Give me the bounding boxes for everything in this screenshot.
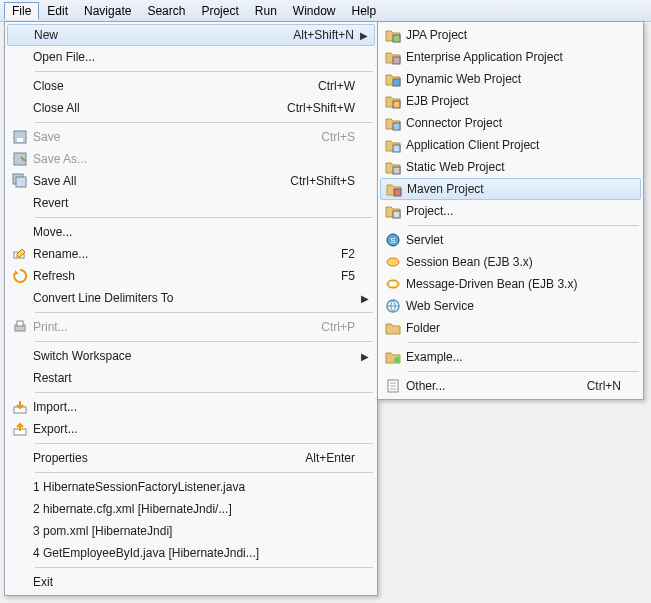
fileMenu-open-file[interactable]: Open File... — [7, 46, 375, 68]
separator — [35, 472, 373, 473]
fileMenu-print[interactable]: Print...Ctrl+P — [7, 316, 375, 338]
newSubmenu-web-service[interactable]: Web Service — [380, 295, 641, 317]
menu-item-label: Refresh — [33, 269, 341, 283]
fileMenu-revert[interactable]: Revert — [7, 192, 375, 214]
refresh-icon — [7, 265, 33, 287]
separator — [35, 392, 373, 393]
proj-maven-icon — [381, 178, 407, 200]
menu-item-label: Switch Workspace — [33, 349, 361, 363]
separator — [35, 122, 373, 123]
fileMenu-close-all[interactable]: Close AllCtrl+Shift+W — [7, 97, 375, 119]
menubar-item-search[interactable]: Search — [139, 2, 193, 20]
fileMenu-import[interactable]: Import... — [7, 396, 375, 418]
export-icon — [7, 418, 33, 440]
fileMenu-save-as[interactable]: Save As... — [7, 148, 375, 170]
newSubmenu-servlet[interactable]: SServlet — [380, 229, 641, 251]
fileMenu-switch-workspace[interactable]: Switch Workspace▶ — [7, 345, 375, 367]
proj-jpa-icon — [380, 24, 406, 46]
fileMenu-export[interactable]: Export... — [7, 418, 375, 440]
newSubmenu-ejb-project[interactable]: EJB Project — [380, 90, 641, 112]
separator — [35, 567, 373, 568]
newSubmenu-dynamic-web-project[interactable]: Dynamic Web Project — [380, 68, 641, 90]
menu-item-label: Properties — [33, 451, 305, 465]
newSubmenu-static-web-project[interactable]: Static Web Project — [380, 156, 641, 178]
blank-icon — [7, 97, 33, 119]
other-icon — [380, 375, 406, 397]
proj-ear-icon — [380, 46, 406, 68]
menubar-item-navigate[interactable]: Navigate — [76, 2, 139, 20]
menu-item-label: Save All — [33, 174, 290, 188]
menu-item-label: Static Web Project — [406, 160, 627, 174]
menu-item-label: Message-Driven Bean (EJB 3.x) — [406, 277, 627, 291]
newSubmenu-session-bean-ejb-3-x[interactable]: Session Bean (EJB 3.x) — [380, 251, 641, 273]
fileMenu-2-hibernate-cfg-xml-hibernatejndi[interactable]: 2 hibernate.cfg.xml [HibernateJndi/...] — [7, 498, 375, 520]
newSubmenu-jpa-project[interactable]: JPA Project — [380, 24, 641, 46]
newSubmenu-message-driven-bean-ejb-3-x[interactable]: Message-Driven Bean (EJB 3.x) — [380, 273, 641, 295]
save-icon — [7, 126, 33, 148]
menu-item-label: Export... — [33, 422, 361, 436]
newSubmenu-enterprise-application-project[interactable]: Enterprise Application Project — [380, 46, 641, 68]
import-icon — [7, 396, 33, 418]
save-all-icon — [7, 170, 33, 192]
menubar-item-edit[interactable]: Edit — [39, 2, 76, 20]
menu-item-label: Exit — [33, 575, 361, 589]
menu-item-label: Project... — [406, 204, 627, 218]
fileMenu-new[interactable]: NewAlt+Shift+N▶ — [7, 24, 375, 46]
menu-item-shortcut: Ctrl+N — [587, 379, 621, 393]
servlet-icon: S — [380, 229, 406, 251]
newSubmenu-folder[interactable]: Folder — [380, 317, 641, 339]
fileMenu-move[interactable]: Move... — [7, 221, 375, 243]
proj-conn-icon — [380, 112, 406, 134]
menu-item-label: Session Bean (EJB 3.x) — [406, 255, 627, 269]
menu-item-label: Save — [33, 130, 321, 144]
blank-icon — [7, 287, 33, 309]
file-menu: NewAlt+Shift+N▶Open File...CloseCtrl+WCl… — [4, 21, 378, 596]
fileMenu-save-all[interactable]: Save AllCtrl+Shift+S — [7, 170, 375, 192]
proj-app-icon — [380, 134, 406, 156]
fileMenu-1-hibernatesessionfactorylistener-java[interactable]: 1 HibernateSessionFactoryListener.java — [7, 476, 375, 498]
menubar-item-file[interactable]: File — [4, 2, 39, 20]
separator — [408, 225, 639, 226]
menu-item-shortcut: Ctrl+W — [318, 79, 355, 93]
blank-icon — [7, 476, 33, 498]
fileMenu-convert-line-delimiters-to[interactable]: Convert Line Delimiters To▶ — [7, 287, 375, 309]
newSubmenu-application-client-project[interactable]: Application Client Project — [380, 134, 641, 156]
menu-item-shortcut: F2 — [341, 247, 355, 261]
newSubmenu-maven-project[interactable]: Maven Project — [380, 178, 641, 200]
menu-item-label: Dynamic Web Project — [406, 72, 627, 86]
newSubmenu-example[interactable]: Example... — [380, 346, 641, 368]
svg-rect-10 — [393, 35, 400, 42]
example-icon — [380, 346, 406, 368]
fileMenu-refresh[interactable]: RefreshF5 — [7, 265, 375, 287]
menu-item-label: Restart — [33, 371, 361, 385]
menubar: FileEditNavigateSearchProjectRunWindowHe… — [0, 0, 651, 22]
proj-ejb-icon — [380, 90, 406, 112]
svg-rect-13 — [393, 101, 400, 108]
svg-rect-14 — [393, 123, 400, 130]
blank-icon — [7, 520, 33, 542]
fileMenu-properties[interactable]: PropertiesAlt+Enter — [7, 447, 375, 469]
newSubmenu-other[interactable]: Other...Ctrl+N — [380, 375, 641, 397]
menubar-item-help[interactable]: Help — [344, 2, 385, 20]
fileMenu-restart[interactable]: Restart — [7, 367, 375, 389]
menu-item-label: EJB Project — [406, 94, 627, 108]
fileMenu-exit[interactable]: Exit — [7, 571, 375, 593]
fileMenu-save[interactable]: SaveCtrl+S — [7, 126, 375, 148]
fileMenu-4-getemployeebyid-java-hibernatejndi[interactable]: 4 GetEmployeeById.java [HibernateJndi...… — [7, 542, 375, 564]
newSubmenu-connector-project[interactable]: Connector Project — [380, 112, 641, 134]
fileMenu-close[interactable]: CloseCtrl+W — [7, 75, 375, 97]
separator — [35, 443, 373, 444]
menubar-item-project[interactable]: Project — [193, 2, 246, 20]
proj-static-icon — [380, 156, 406, 178]
fileMenu-rename[interactable]: Rename...F2 — [7, 243, 375, 265]
separator — [35, 341, 373, 342]
menu-item-shortcut: Alt+Enter — [305, 451, 355, 465]
menubar-item-window[interactable]: Window — [285, 2, 344, 20]
menu-item-shortcut: F5 — [341, 269, 355, 283]
menu-item-label: Print... — [33, 320, 321, 334]
blank-icon — [7, 192, 33, 214]
rename-icon — [7, 243, 33, 265]
newSubmenu-project[interactable]: Project... — [380, 200, 641, 222]
fileMenu-3-pom-xml-hibernatejndi[interactable]: 3 pom.xml [HibernateJndi] — [7, 520, 375, 542]
menubar-item-run[interactable]: Run — [247, 2, 285, 20]
